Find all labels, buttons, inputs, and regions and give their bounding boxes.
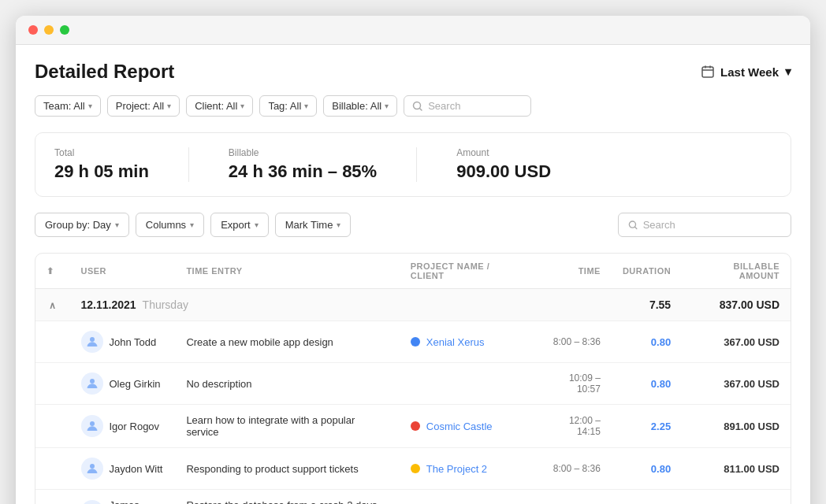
close-button[interactable] (28, 25, 38, 35)
avatar (81, 415, 103, 437)
time-entry-cell: Responding to product support tickets (175, 448, 399, 490)
time-range-cell: 8:00 – 8:36 (534, 490, 612, 505)
table-search-input[interactable] (643, 219, 781, 231)
summary-divider-1 (188, 147, 189, 182)
project-cell: Main service (400, 490, 534, 505)
avatar (81, 500, 103, 504)
group-duration: 7.55 (612, 289, 682, 321)
user-name: Igor Rogov (110, 421, 160, 432)
avatar (81, 372, 103, 395)
row-empty (35, 363, 70, 405)
filters-row: Team: All ▾ Project: All ▾ Client: All ▾… (35, 95, 791, 117)
project-cell: Cosmic Castle (400, 405, 534, 448)
row-empty (35, 405, 70, 448)
minimize-button[interactable] (44, 25, 54, 35)
svg-point-4 (90, 379, 95, 384)
main-content: Detailed Report Last Week ▾ Team: All ▾ … (16, 45, 810, 504)
filter-billable[interactable]: Billable: All ▾ (323, 95, 397, 117)
user-name: Oleg Girkin (110, 378, 161, 390)
table-row: John Todd Create a new mobile app design… (35, 321, 791, 363)
chevron-down-icon: ▾ (385, 102, 389, 110)
chevron-down-icon: ▾ (785, 65, 791, 79)
project-color-dot (411, 337, 420, 346)
table-search-wrap (618, 213, 791, 237)
calendar-icon (701, 65, 714, 78)
col-project: PROJECT NAME / CLIENT (400, 254, 534, 289)
chevron-down-icon: ▾ (304, 102, 308, 110)
filter-client[interactable]: Client: All ▾ (186, 95, 253, 117)
date-picker-label: Last Week (720, 65, 779, 79)
col-user: USER (70, 254, 176, 289)
row-empty (35, 321, 70, 363)
toolbar-left: Group by: Day ▾ Columns ▾ Export ▾ Mark … (35, 213, 351, 237)
group-by-button[interactable]: Group by: Day ▾ (35, 213, 129, 237)
chevron-down-icon: ▾ (337, 220, 340, 229)
user-cell: John Todd (70, 321, 176, 363)
billable-amount-cell: 132.00 USD (682, 490, 791, 505)
data-table: ⬆ USER TIME ENTRY PROJECT NAME / CLIENT … (35, 253, 791, 504)
search-icon (412, 101, 423, 112)
billable-amount-cell: 891.00 USD (682, 405, 791, 448)
filter-search-input[interactable] (428, 100, 523, 112)
chevron-icon: ∧ (49, 300, 56, 311)
table-header-row: ⬆ USER TIME ENTRY PROJECT NAME / CLIENT … (35, 254, 791, 289)
col-sort[interactable]: ⬆ (35, 254, 70, 289)
project-name: Xenial Xerus (426, 336, 485, 348)
header-row: Detailed Report Last Week ▾ (35, 61, 791, 83)
user-icon (85, 461, 99, 476)
time-range-cell: 8:00 – 8:36 (534, 321, 612, 363)
row-empty (35, 448, 70, 490)
time-entry-cell: No description (175, 363, 399, 405)
group-date-cell: 12.11.2021 Thursday (70, 289, 534, 321)
billable-amount-cell: 367.00 USD (682, 363, 791, 405)
summary-billable: Billable 24 h 36 min – 85% (229, 147, 377, 182)
search-icon (628, 220, 638, 231)
chevron-down-icon: ▾ (115, 220, 119, 229)
group-header-row[interactable]: ∧ 12.11.2021 Thursday 7.55 837.00 USD (35, 289, 791, 321)
time-entry-cell: Create a new mobile app design (175, 321, 399, 363)
avatar (81, 458, 103, 480)
chevron-down-icon: ▾ (167, 102, 171, 110)
summary-total: Total 29 h 05 min (54, 147, 149, 182)
maximize-button[interactable] (60, 25, 69, 35)
filter-tag[interactable]: Tag: All ▾ (259, 95, 317, 117)
table-row: Oleg Girkin No description 10:09 – 10:57… (35, 363, 791, 405)
billable-amount-cell: 811.00 USD (682, 448, 791, 490)
summary-amount: Amount 909.00 USD (456, 147, 551, 182)
table-row: Igor Rogov Learn how to integrate with a… (35, 405, 791, 448)
columns-button[interactable]: Columns ▾ (136, 213, 204, 237)
svg-point-5 (90, 421, 95, 426)
user-icon (85, 335, 99, 349)
group-billable-amount: 837.00 USD (682, 289, 791, 321)
summary-card: Total 29 h 05 min Billable 24 h 36 min –… (35, 132, 791, 197)
col-duration: DURATION (612, 254, 682, 289)
group-collapse-cell[interactable]: ∧ (35, 289, 70, 321)
project-color-dot (411, 464, 420, 473)
project-color-dot (411, 421, 420, 431)
filter-team[interactable]: Team: All ▾ (35, 95, 101, 117)
chevron-down-icon: ▾ (255, 220, 259, 229)
user-cell: Igor Rogov (70, 405, 176, 448)
filter-project[interactable]: Project: All ▾ (107, 95, 180, 117)
duration-cell: 0.80 (612, 321, 682, 363)
date-picker-button[interactable]: Last Week ▾ (701, 65, 791, 79)
time-range-cell: 8:00 – 8:36 (534, 448, 612, 490)
time-entry-cell: Restore the database from a crash 2 days… (175, 490, 399, 505)
summary-divider-2 (416, 147, 417, 182)
svg-rect-0 (702, 67, 713, 77)
duration-cell: 2.25 (612, 405, 682, 448)
project-cell: Xenial Xerus (400, 321, 534, 363)
export-button[interactable]: Export ▾ (210, 213, 269, 237)
sort-icon[interactable]: ⬆ (47, 266, 54, 276)
mark-time-button[interactable]: Mark Time ▾ (275, 213, 352, 237)
user-name: John Todd (110, 336, 157, 348)
col-billable-amount: BILLABLE AMOUNT (682, 254, 791, 289)
title-bar (16, 16, 810, 45)
project-cell (400, 363, 534, 405)
app-window: Detailed Report Last Week ▾ Team: All ▾ … (16, 16, 810, 504)
time-entry-cell: Learn how to integrate with a popular se… (175, 405, 399, 448)
user-name: Jaydon Witt (110, 463, 163, 475)
project-name: Cosmic Castle (426, 421, 493, 432)
page-title: Detailed Report (35, 61, 174, 83)
group-date: 12.11.2021 (81, 298, 136, 311)
